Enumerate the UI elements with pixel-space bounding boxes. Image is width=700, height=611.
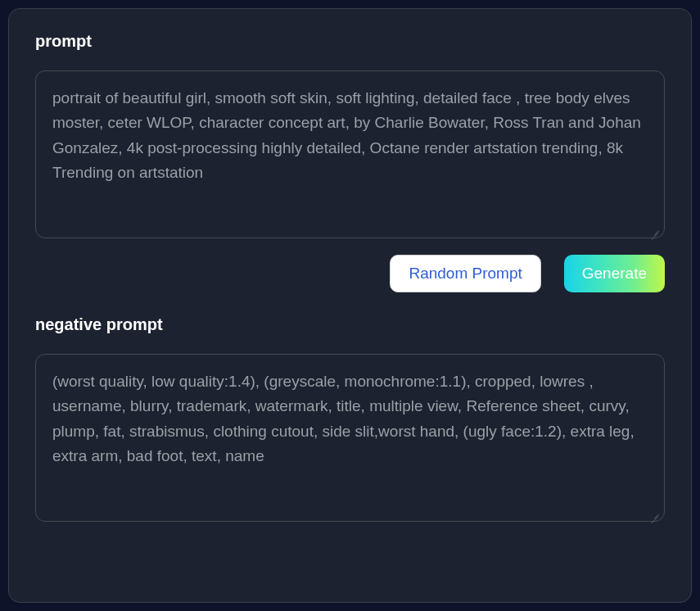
negative-prompt-label: negative prompt (35, 315, 665, 334)
negative-prompt-input[interactable] (35, 354, 665, 522)
prompt-textarea-wrapper (35, 70, 665, 242)
button-row: Random Prompt Generate (35, 255, 665, 292)
negative-textarea-wrapper (35, 354, 665, 525)
prompt-panel: prompt Random Prompt Generate negative p… (8, 8, 692, 603)
random-prompt-button[interactable]: Random Prompt (390, 255, 540, 292)
generate-button[interactable]: Generate (564, 255, 665, 292)
prompt-label: prompt (35, 32, 665, 51)
prompt-input[interactable] (35, 70, 665, 238)
